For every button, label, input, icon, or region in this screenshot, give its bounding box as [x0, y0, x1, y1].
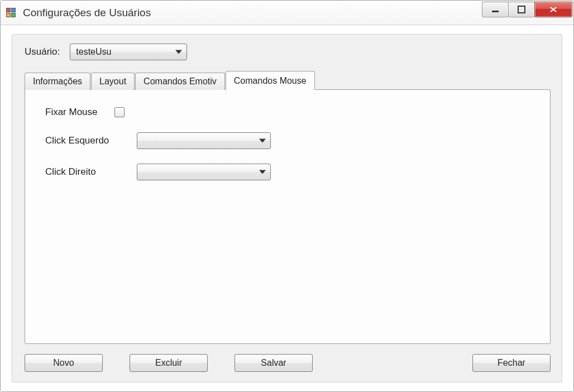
window-title: Configurações de Usuários: [23, 7, 151, 19]
minimize-button[interactable]: [482, 2, 509, 17]
checkbox-fixar-mouse[interactable]: [114, 107, 125, 117]
close-icon: [549, 6, 558, 13]
minimize-icon: [491, 6, 499, 13]
label-click-esquerdo: Click Esquerdo: [42, 135, 137, 146]
button-label: Novo: [53, 358, 74, 368]
user-label: Usuário:: [25, 46, 60, 58]
client-area: Usuário: testeUsu Informações Layout Com…: [1, 25, 573, 391]
tab-label: Comandos Emotiv: [144, 77, 217, 86]
row-fixar-mouse: Fixar Mouse: [42, 107, 533, 118]
user-combobox-value: testeUsu: [76, 47, 111, 57]
user-row: Usuário: testeUsu: [25, 44, 551, 60]
main-panel: Usuário: testeUsu Informações Layout Com…: [12, 34, 562, 383]
window-controls: [482, 2, 572, 18]
excluir-button[interactable]: Excluir: [130, 354, 208, 372]
app-icon: [6, 8, 16, 18]
tab-page-comandos-mouse: Fixar Mouse Click Esquerdo Click Direito: [25, 89, 551, 344]
button-label: Excluir: [155, 358, 182, 368]
maximize-button[interactable]: [508, 2, 535, 17]
combobox-click-direito[interactable]: [137, 164, 271, 180]
tab-label: Comandos Mouse: [234, 76, 307, 85]
svg-rect-0: [492, 11, 499, 12]
tab-label: Layout: [99, 77, 126, 86]
tab-layout[interactable]: Layout: [91, 73, 135, 90]
tab-strip: Informações Layout Comandos Emotiv Coman…: [25, 70, 551, 89]
tab-informacoes[interactable]: Informações: [25, 73, 90, 90]
label-click-direito: Click Direito: [42, 166, 137, 178]
chevron-down-icon: [259, 170, 266, 174]
label-fixar-mouse: Fixar Mouse: [42, 107, 114, 118]
button-bar: Novo Excluir Salvar Fechar: [25, 354, 551, 372]
row-click-direito: Click Direito: [42, 164, 533, 180]
tab-comandos-mouse[interactable]: Comandos Mouse: [226, 71, 315, 90]
novo-button[interactable]: Novo: [25, 354, 103, 372]
user-combobox[interactable]: testeUsu: [70, 44, 187, 60]
svg-rect-1: [518, 6, 525, 13]
titlebar: Configurações de Usuários: [1, 1, 573, 25]
row-click-esquerdo: Click Esquerdo: [42, 132, 533, 149]
tab-label: Informações: [33, 77, 82, 86]
window: Configurações de Usuários Usuário: tes: [0, 0, 574, 392]
chevron-down-icon: [175, 50, 182, 54]
close-button[interactable]: [534, 2, 572, 17]
fechar-button[interactable]: Fechar: [472, 354, 551, 372]
chevron-down-icon: [259, 139, 266, 143]
salvar-button[interactable]: Salvar: [235, 354, 313, 372]
button-label: Fechar: [498, 358, 525, 368]
combobox-click-esquerdo[interactable]: [137, 132, 271, 149]
maximize-icon: [518, 6, 525, 13]
tab-comandos-emotiv[interactable]: Comandos Emotiv: [135, 73, 225, 90]
button-label: Salvar: [261, 358, 286, 368]
